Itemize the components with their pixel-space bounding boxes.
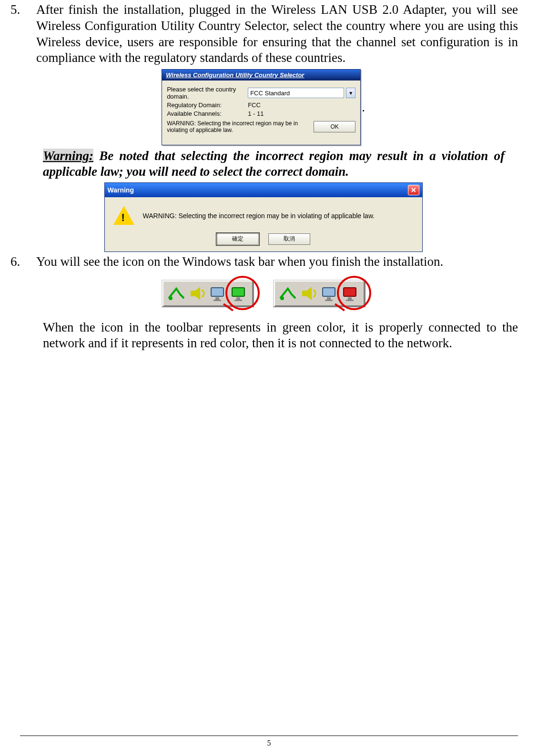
tray-description: When the icon in the toolbar represents … (43, 320, 518, 352)
step-6: 6. You will see the icon on the Windows … (9, 254, 518, 270)
regdom-value: FCC (248, 101, 355, 109)
tray-disconnected (273, 280, 365, 307)
network-icon (278, 283, 298, 303)
svg-rect-4 (213, 300, 221, 301)
country-selector-dialog: Wireless Configuration Utility Country S… (162, 69, 361, 145)
step-6-number: 6. (9, 254, 36, 270)
page-number: 5 (0, 739, 538, 747)
warning-msgbox-figure: Warning ✕ WARNING: Selecting the incorre… (9, 182, 518, 252)
step-6-text: You will see the icon on the Windows tas… (36, 254, 518, 270)
warning-rest: Be noted that selecting the incorrect re… (43, 149, 505, 179)
warning-msgbox: Warning ✕ WARNING: Selecting the incorre… (104, 182, 423, 252)
regdom-label: Regulatory Domain: (167, 101, 248, 109)
msgbox-buttons: 確定 取消 (105, 231, 422, 252)
step-5-number: 5. (9, 2, 36, 66)
monitor-icon (208, 283, 228, 303)
channels-label: Available Channels: (167, 110, 248, 117)
svg-rect-15 (346, 300, 354, 301)
svg-rect-11 (327, 297, 331, 300)
svg-marker-9 (302, 287, 312, 300)
svg-rect-10 (323, 288, 335, 296)
svg-rect-14 (348, 297, 352, 300)
country-label: Please select the country domain. (167, 86, 248, 100)
tray-connected (162, 280, 254, 307)
channels-value: 1 - 11 (248, 110, 355, 117)
systray-connected (162, 280, 254, 307)
warning-lead: Warning: (43, 149, 93, 163)
wlan-status-icon-red (341, 283, 361, 303)
country-combo[interactable]: FCC Standard (248, 88, 344, 98)
svg-rect-3 (215, 297, 219, 300)
svg-marker-1 (191, 287, 200, 300)
msgbox-text: WARNING: Selecting the incorrect region … (143, 212, 375, 220)
svg-rect-13 (344, 288, 356, 296)
warning-note: Warning: Be noted that selecting the inc… (43, 148, 505, 180)
combo-dropdown-button[interactable]: ▼ (346, 88, 355, 98)
msgbox-body: WARNING: Selecting the incorrect region … (105, 197, 422, 231)
close-button[interactable]: ✕ (408, 185, 419, 195)
country-combo-value: FCC Standard (250, 90, 290, 97)
network-icon (166, 283, 186, 303)
dialog-title: Wireless Configuration Utility Country S… (162, 70, 360, 81)
wlan-status-icon-green (229, 283, 249, 303)
chevron-down-icon: ▼ (348, 91, 353, 96)
figure-trailing-dot: . (362, 69, 365, 145)
monitor-icon (320, 283, 340, 303)
msgbox-titlebar: Warning ✕ (105, 183, 422, 197)
svg-point-0 (169, 296, 173, 300)
svg-point-8 (280, 296, 284, 300)
ok-button[interactable]: OK (314, 121, 355, 132)
svg-rect-12 (325, 300, 333, 301)
volume-icon (299, 283, 319, 303)
msgbox-ok-button[interactable]: 確定 (217, 233, 259, 245)
svg-rect-7 (234, 300, 242, 301)
volume-icon (187, 283, 207, 303)
dialog-body: Please select the country domain. FCC St… (162, 81, 360, 138)
footer-rule (20, 736, 518, 736)
msgbox-cancel-button[interactable]: 取消 (268, 233, 310, 245)
close-icon: ✕ (411, 186, 416, 194)
svg-rect-5 (232, 288, 244, 296)
msgbox-title: Warning (108, 186, 134, 194)
step-5: 5. After finish the installation, plugge… (9, 2, 518, 66)
svg-rect-6 (236, 297, 240, 300)
country-selector-figure: Wireless Configuration Utility Country S… (9, 69, 518, 145)
step-5-text: After finish the installation, plugged i… (36, 2, 518, 66)
svg-rect-2 (211, 288, 223, 296)
warning-icon (113, 206, 134, 225)
systray-disconnected (273, 280, 365, 307)
dialog-warning-text: WARNING: Selecting the incorrect region … (167, 120, 309, 133)
tray-icons-figure (9, 280, 518, 307)
manual-page: 5. After finish the installation, plugge… (0, 2, 538, 756)
